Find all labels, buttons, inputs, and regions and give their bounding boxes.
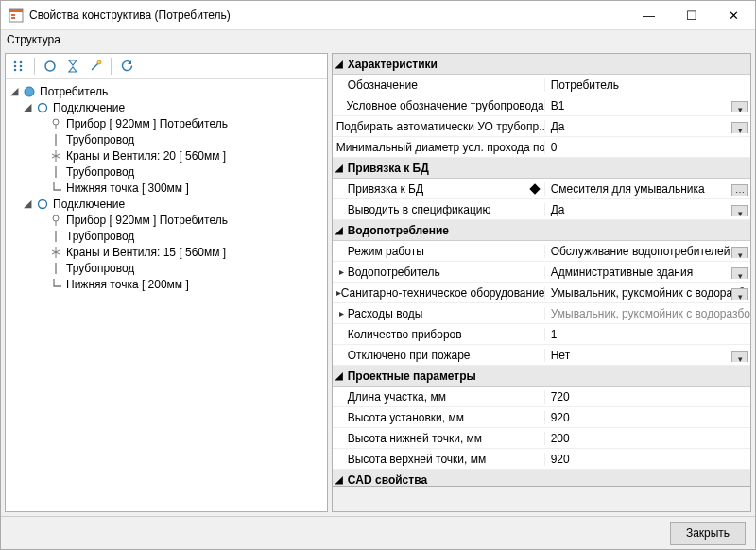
prop-low-height[interactable]: Высота нижней точки, мм200 bbox=[333, 428, 750, 449]
pipe-icon bbox=[48, 229, 63, 244]
ellipsis-button[interactable]: ⋯ bbox=[731, 184, 748, 196]
category-design-params[interactable]: ◢Проектные параметры bbox=[333, 366, 750, 387]
svg-point-4 bbox=[14, 61, 17, 64]
pipe-icon bbox=[48, 164, 63, 180]
prop-fire-off[interactable]: Отключено при пожареНет▾ bbox=[333, 345, 750, 366]
minimize-button[interactable]: — bbox=[627, 1, 670, 29]
expand-icon[interactable]: ▸ bbox=[336, 308, 348, 318]
elbow-icon bbox=[48, 277, 63, 292]
close-dialog-button[interactable]: Закрыть bbox=[670, 522, 746, 545]
connection-icon bbox=[35, 197, 50, 212]
collapse-icon[interactable]: ◢ bbox=[333, 163, 346, 173]
toolbar-dots-icon[interactable] bbox=[9, 57, 28, 76]
category-cad[interactable]: ◢CAD свойства bbox=[333, 470, 750, 486]
prop-min-diameter[interactable]: Минимальный диаметр усл. прохода по...0 bbox=[333, 137, 750, 158]
collapse-icon[interactable]: ◢ bbox=[21, 198, 34, 210]
svg-point-9 bbox=[20, 69, 23, 72]
tree-item[interactable]: Трубопровод bbox=[8, 228, 325, 244]
toolbar-refresh-icon[interactable] bbox=[117, 57, 136, 76]
connection-icon bbox=[35, 100, 50, 115]
tree-toolbar bbox=[6, 54, 327, 79]
chevron-down-icon[interactable]: ▾ bbox=[731, 267, 748, 279]
svg-rect-1 bbox=[9, 9, 23, 12]
valve-icon bbox=[48, 148, 63, 163]
svg-point-5 bbox=[14, 65, 17, 68]
svg-rect-3 bbox=[11, 17, 15, 19]
pipe-icon bbox=[48, 132, 63, 147]
dialog-footer: Закрыть bbox=[1, 516, 755, 549]
svg-point-20 bbox=[39, 199, 47, 208]
tree[interactable]: ◢Потребитель ◢Подключение Прибор [ 920мм… bbox=[6, 79, 327, 511]
prop-auto-uo[interactable]: Подбирать автоматически УО трубопр...Да▾ bbox=[333, 116, 750, 137]
collapse-icon[interactable]: ◢ bbox=[333, 474, 346, 485]
prop-install-height[interactable]: Высота установки, мм920 bbox=[333, 407, 750, 428]
category-water-consumption[interactable]: ◢Водопотребление bbox=[333, 220, 750, 241]
property-panel: ◢Характеристики ОбозначениеПотребитель У… bbox=[332, 53, 751, 512]
collapse-icon[interactable]: ◢ bbox=[333, 225, 346, 235]
device-icon bbox=[48, 213, 63, 228]
tree-item[interactable]: Нижняя точка [ 300мм ] bbox=[8, 180, 325, 196]
svg-point-21 bbox=[53, 215, 59, 221]
tree-item[interactable]: Краны и Вентиля: 20 [ 560мм ] bbox=[8, 147, 325, 163]
collapse-icon[interactable]: ◢ bbox=[21, 101, 34, 113]
tree-item[interactable]: Нижняя точка [ 200мм ] bbox=[8, 276, 325, 292]
tree-item[interactable]: Трубопровод bbox=[8, 163, 325, 180]
prop-db-link[interactable]: Привязка к БДСмесителя для умывальника⋯ bbox=[333, 179, 750, 199]
svg-point-14 bbox=[39, 103, 47, 112]
tree-item[interactable]: Трубопровод bbox=[8, 260, 325, 276]
chevron-down-icon[interactable]: ▾ bbox=[731, 288, 748, 300]
collapse-icon[interactable]: ◢ bbox=[333, 59, 346, 69]
prop-to-spec[interactable]: Выводить в спецификациюДа▾ bbox=[333, 199, 750, 220]
pipe-icon bbox=[48, 261, 63, 276]
prop-mode[interactable]: Режим работыОбслуживание водопотребителе… bbox=[333, 241, 750, 262]
prop-device-count[interactable]: Количество приборов1 bbox=[333, 324, 750, 345]
elbow-icon bbox=[48, 180, 63, 196]
tree-item[interactable]: Прибор [ 920мм ] Потребитель bbox=[8, 115, 325, 131]
window-buttons: — ☐ ✕ bbox=[627, 1, 755, 29]
valve-icon bbox=[48, 245, 63, 260]
prop-pipe-symbol[interactable]: Условное обозначение трубопроводаВ1▾ bbox=[333, 95, 750, 116]
collapse-icon[interactable]: ◢ bbox=[333, 370, 346, 381]
tree-connection-2[interactable]: ◢Подключение bbox=[8, 196, 325, 212]
toolbar-hourglass-icon[interactable] bbox=[63, 57, 82, 76]
svg-point-6 bbox=[14, 69, 17, 72]
svg-point-13 bbox=[25, 87, 34, 96]
svg-point-8 bbox=[20, 65, 23, 68]
menu-structure[interactable]: Структура bbox=[7, 33, 60, 46]
svg-point-10 bbox=[45, 61, 55, 71]
chevron-down-icon[interactable]: ▾ bbox=[731, 351, 748, 362]
prop-flows[interactable]: ▸Расходы водыУмывальник, рукомойник с во… bbox=[333, 303, 750, 324]
category-db-link[interactable]: ◢Привязка к БД bbox=[333, 158, 750, 179]
window-title: Свойства конструктива (Потребитель) bbox=[29, 9, 627, 22]
device-icon bbox=[48, 116, 63, 131]
app-icon bbox=[9, 8, 24, 23]
svg-rect-2 bbox=[11, 14, 15, 16]
toolbar-circle-icon[interactable] bbox=[41, 57, 60, 76]
chevron-down-icon[interactable]: ▾ bbox=[731, 205, 748, 216]
tree-root[interactable]: ◢Потребитель bbox=[8, 83, 325, 99]
close-button[interactable]: ✕ bbox=[713, 1, 755, 29]
chevron-down-icon[interactable]: ▾ bbox=[731, 247, 748, 258]
consumer-icon bbox=[22, 84, 37, 99]
toolbar-wand-icon[interactable] bbox=[86, 57, 105, 76]
chevron-down-icon[interactable]: ▾ bbox=[731, 101, 748, 112]
prop-consumer[interactable]: ▸ВодопотребительАдминистративные здания▾ bbox=[333, 262, 750, 283]
chevron-down-icon[interactable]: ▾ bbox=[731, 122, 748, 133]
prop-section-length[interactable]: Длина участка, мм720 bbox=[333, 387, 750, 407]
tree-item[interactable]: Прибор [ 920мм ] Потребитель bbox=[8, 212, 325, 228]
prop-sanitary[interactable]: ▸Санитарно-техническое оборудованиеУмыва… bbox=[333, 283, 750, 303]
tree-item[interactable]: Краны и Вентиля: 15 [ 560мм ] bbox=[8, 244, 325, 260]
tree-item[interactable]: Трубопровод bbox=[8, 131, 325, 147]
collapse-icon[interactable]: ◢ bbox=[8, 85, 21, 97]
menubar: Структура bbox=[1, 30, 755, 49]
prop-high-height[interactable]: Высота верхней точки, мм920 bbox=[333, 449, 750, 470]
prop-designation[interactable]: ОбозначениеПотребитель bbox=[333, 75, 750, 95]
property-grid[interactable]: ◢Характеристики ОбозначениеПотребитель У… bbox=[333, 54, 750, 486]
maximize-button[interactable]: ☐ bbox=[670, 1, 713, 29]
property-description-area bbox=[333, 486, 750, 511]
expand-icon[interactable]: ▸ bbox=[336, 266, 348, 277]
svg-point-15 bbox=[53, 119, 59, 125]
tree-connection-1[interactable]: ◢Подключение bbox=[8, 99, 325, 115]
tree-panel: ◢Потребитель ◢Подключение Прибор [ 920мм… bbox=[5, 53, 328, 512]
category-characteristics[interactable]: ◢Характеристики bbox=[333, 54, 750, 75]
